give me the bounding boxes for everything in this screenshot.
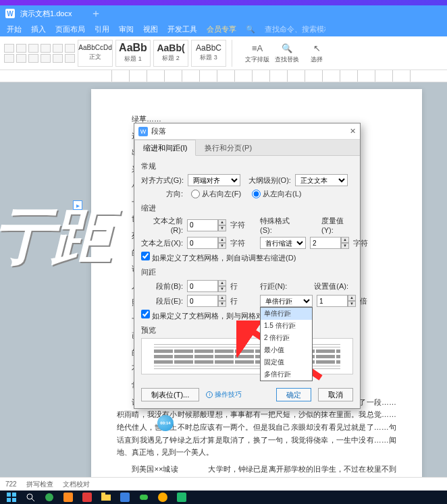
spin-down-icon[interactable]: ▼ [218, 286, 226, 292]
taskbar-chat-icon[interactable] [139, 493, 149, 502]
line-spacing-icon[interactable] [53, 54, 63, 63]
spin-up-icon[interactable]: ▲ [218, 295, 226, 301]
svg-point-8 [45, 493, 53, 501]
before-para-input[interactable] [187, 280, 218, 292]
spin-down-icon[interactable]: ▼ [218, 225, 226, 231]
spin-down-icon[interactable]: ▼ [218, 301, 226, 307]
dialog-titlebar[interactable]: W 段落 ✕ [134, 123, 360, 140]
line-spacing-select[interactable]: 单倍行距 [260, 295, 313, 307]
menu-insert[interactable]: 插入 [31, 24, 46, 34]
spin-up-icon[interactable]: ▲ [348, 295, 356, 301]
command-search-input[interactable] [265, 25, 325, 33]
bullet-list-icon[interactable] [4, 44, 14, 53]
shading-icon[interactable] [65, 54, 75, 63]
style-normal[interactable]: AaBbCcDd 正文 [78, 40, 113, 67]
taskbar-app-icon[interactable] [177, 493, 186, 502]
spin-down-icon[interactable]: ▼ [341, 243, 349, 249]
horizontal-ruler[interactable] [0, 70, 447, 82]
align-center-icon[interactable] [16, 54, 26, 63]
taskbar-folder-icon[interactable] [101, 493, 111, 502]
paragraph-dialog: W 段落 ✕ 缩进和间距(I) 换行和分页(P) 常规 对齐方式(G): 两端对… [134, 123, 361, 409]
number-list-icon[interactable] [16, 44, 26, 53]
outline-level-select[interactable]: 正文文本 [295, 174, 348, 186]
style-heading1[interactable]: AaBb 标题 1 [115, 40, 151, 67]
spin-down-icon[interactable]: ▼ [348, 301, 356, 307]
line-spacing-dropdown-list: 单倍行距 1.5 倍行距 2 倍行距 最小值 固定值 多倍行距 [260, 307, 313, 381]
taskbar-app-icon[interactable] [158, 493, 167, 502]
title-bar: W 演示文档1.docx ＋ [0, 5, 447, 22]
line-spacing-option[interactable]: 1.5 倍行距 [261, 320, 312, 332]
indent-inc-icon[interactable] [41, 44, 51, 53]
svg-rect-9 [63, 493, 73, 502]
sort-icon[interactable] [53, 44, 63, 53]
align-right-icon[interactable] [28, 54, 38, 63]
menu-start[interactable]: 开始 [7, 24, 22, 34]
find-replace-tool[interactable]: 🔍 查找替换 [273, 42, 300, 64]
align-justify-icon[interactable] [41, 54, 51, 63]
tab-indent-spacing[interactable]: 缩进和间距(I) [134, 140, 196, 156]
menu-vip[interactable]: 会员专享 [207, 24, 236, 34]
measure-input[interactable] [310, 237, 341, 249]
line-spacing-option[interactable]: 单倍行距 [261, 308, 312, 320]
menu-references[interactable]: 引用 [95, 24, 109, 34]
spin-up-icon[interactable]: ▲ [341, 237, 349, 243]
set-value-input[interactable] [317, 295, 348, 307]
taskbar-search-icon[interactable] [26, 493, 35, 502]
tutorial-overlay-text: 亍距 [0, 196, 109, 278]
spell-check-status[interactable]: 拼写检查 [26, 480, 53, 489]
show-marks-icon[interactable] [65, 44, 75, 53]
ok-button[interactable]: 确定 [276, 388, 311, 401]
menu-devtools[interactable]: 开发工具 [167, 24, 197, 34]
before-text-input[interactable] [187, 219, 218, 231]
spin-up-icon[interactable]: ▲ [218, 280, 226, 286]
line-spacing-label: 行距(N): [260, 281, 287, 291]
after-text-input[interactable] [187, 237, 218, 249]
align-left-icon[interactable] [4, 54, 14, 63]
taskbar-app-icon[interactable] [82, 493, 92, 502]
taskbar-app-icon[interactable] [120, 493, 130, 502]
page-indicator[interactable]: 722 [5, 480, 17, 488]
select-tool[interactable]: ↖ 选择 [303, 42, 330, 64]
start-menu-icon[interactable] [7, 493, 16, 502]
line-spacing-option[interactable]: 2 倍行距 [261, 332, 312, 344]
alignment-select[interactable]: 两端对齐 [188, 174, 240, 186]
direction-ltr-radio[interactable]: 从左向右(L) [252, 189, 301, 199]
snap-grid-checkbox[interactable]: 如果定义了文档网格，则与网格对…… [141, 310, 278, 321]
taskbar-app-icon[interactable] [63, 493, 73, 502]
section-spacing-label: 间距 [141, 267, 353, 277]
direction-rtl-radio[interactable]: 从右向左(F) [191, 189, 241, 199]
close-icon[interactable]: ✕ [350, 127, 356, 136]
new-tab-button[interactable]: ＋ [90, 7, 101, 21]
svg-rect-16 [158, 493, 167, 502]
video-timestamp-badge: 00:14 [157, 415, 174, 431]
spin-down-icon[interactable]: ▼ [218, 243, 226, 249]
measure-label: 度量值(Y): [321, 216, 353, 234]
spin-up-icon[interactable]: ▲ [218, 237, 226, 243]
auto-indent-checkbox[interactable]: 如果定义了文档网格，则自动调整右缩进(D) [141, 252, 296, 263]
tab-stops-button[interactable]: 制表位(T)... [141, 388, 199, 401]
line-spacing-option[interactable]: 多倍行距 [261, 368, 312, 381]
svg-rect-13 [120, 493, 130, 502]
svg-rect-11 [101, 495, 111, 501]
after-para-input[interactable] [187, 295, 218, 307]
doc-proof-status[interactable]: 文档校对 [63, 480, 90, 489]
menu-view[interactable]: 视图 [143, 24, 158, 34]
section-general-label: 常规 [141, 161, 353, 171]
dialog-title-text: 段落 [151, 126, 350, 136]
alignment-label: 对齐方式(G): [141, 175, 184, 186]
tab-line-page-breaks[interactable]: 换行和分页(P) [196, 140, 261, 155]
indent-dec-icon[interactable] [28, 44, 38, 53]
style-heading2[interactable]: AaBb( 标题 2 [153, 40, 188, 67]
line-spacing-option[interactable]: 固定值 [261, 356, 312, 368]
menu-review[interactable]: 审阅 [119, 24, 134, 34]
special-format-select[interactable]: 首行缩进 [260, 237, 306, 249]
menu-layout[interactable]: 页面布局 [55, 24, 85, 34]
dialog-tabs: 缩进和间距(I) 换行和分页(P) [134, 140, 360, 156]
cancel-button[interactable]: 取消 [318, 388, 353, 401]
taskbar-browser-icon[interactable] [45, 493, 54, 502]
style-heading3[interactable]: AaBbC 标题 3 [191, 40, 226, 67]
line-spacing-option[interactable]: 最小值 [261, 344, 312, 356]
tips-link[interactable]: i操作技巧 [206, 390, 242, 399]
text-layout-tool[interactable]: ≡A 文字排版 [244, 42, 271, 64]
spin-up-icon[interactable]: ▲ [218, 219, 226, 225]
